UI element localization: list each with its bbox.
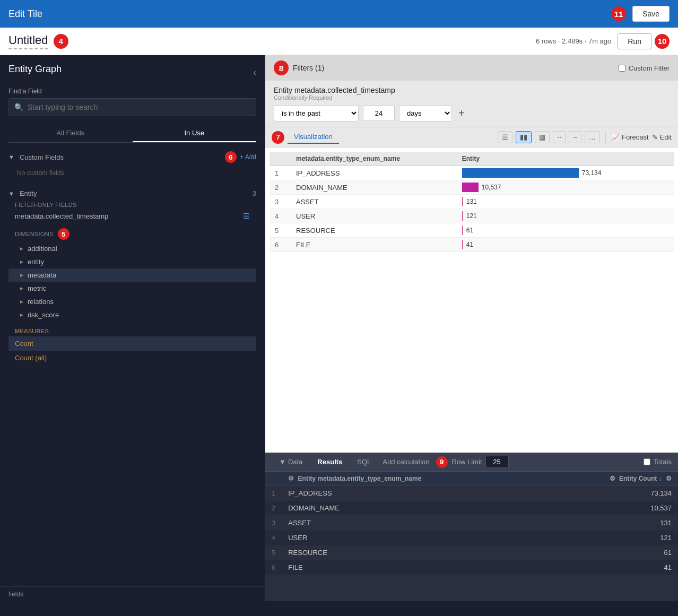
filter-row: Entity metadata.collected_timestamp Cond… — [265, 81, 678, 127]
row-num: 3 — [265, 516, 282, 531]
edit-button[interactable]: ✎ Edit — [652, 133, 672, 141]
row-num: 4 — [265, 531, 282, 545]
find-field-label: Find a Field — [8, 88, 256, 95]
gear-icon-col2-right: ⚙ — [666, 475, 672, 482]
filter-field-item[interactable]: metadata.collected_timestamp ☰ — [8, 209, 256, 223]
tab-visualization[interactable]: Visualization — [288, 131, 339, 144]
custom-fields-arrow: ▼ — [8, 154, 14, 160]
list-item: 4 USER 121 — [265, 531, 678, 545]
dim-item-entity[interactable]: ► entity — [8, 255, 256, 268]
filter-icon: ☰ — [243, 212, 250, 220]
dim-arrow-relations: ► — [19, 299, 24, 305]
tile-title[interactable]: Untitled — [8, 33, 48, 49]
row-num: 1 — [265, 486, 282, 501]
scatter-btn[interactable]: ⋅⋅ — [553, 131, 566, 143]
chart-area: metadata.entity_type_enum_name Entity 1 … — [265, 148, 678, 453]
filter-field-sub: Conditionally Required — [274, 94, 670, 101]
run-meta: 6 rows · 2.489s · 7m ago — [536, 37, 611, 45]
edit-icon: ✎ — [652, 133, 658, 141]
dim-item-metadata[interactable]: ► metadata — [8, 268, 256, 282]
header-right: 11 Save — [611, 6, 670, 22]
table-view-btn[interactable]: ☰ — [498, 131, 512, 143]
entity-group-header[interactable]: ▼ Entity 3 — [8, 187, 256, 199]
row-bar-cell: 131 — [457, 195, 674, 209]
top-header: Edit Tile 11 Save — [0, 0, 678, 28]
measures-label: MEASURES — [8, 324, 256, 336]
row-bar-cell: 61 — [457, 223, 674, 238]
filter-number-input[interactable] — [363, 106, 395, 121]
row-name: ASSET — [291, 195, 457, 209]
row-entity-name: IP_ADDRESS — [282, 486, 543, 501]
dim-item-additional[interactable]: ► additional — [8, 242, 256, 255]
row-name: RESOURCE — [291, 223, 457, 238]
run-button[interactable]: Run — [618, 33, 651, 49]
dim-item-relations[interactable]: ► relations — [8, 295, 256, 308]
badge-9: 9 — [436, 456, 448, 468]
run-label: Run — [628, 37, 641, 46]
add-calculation-button[interactable]: Add calculation — [378, 456, 433, 468]
custom-fields-label: Custom Fields — [20, 153, 64, 161]
chart-col3-header: Entity — [457, 152, 674, 166]
row-name: IP_ADDRESS — [291, 166, 457, 180]
collapse-icon[interactable]: ‹ — [253, 67, 256, 78]
tab-in-use[interactable]: In Use — [133, 125, 257, 142]
custom-fields-header[interactable]: ▼ Custom Fields 6 + Add — [8, 149, 256, 165]
measure-item-count[interactable]: Count — [8, 336, 256, 351]
custom-filter-label: Custom Filter — [629, 64, 670, 72]
viz-icons: ☰ ▮▮ ▦ ⋅⋅ ~ … — [498, 131, 600, 143]
sql-tab[interactable]: SQL — [350, 456, 378, 468]
viz-section: 7 Visualization ☰ ▮▮ ▦ ⋅⋅ ~ … — [265, 127, 678, 453]
right-panel: 8 Filters (1) Custom Filter Entity metad… — [265, 55, 678, 601]
filter-unit-select[interactable]: days — [399, 105, 452, 122]
data-tab[interactable]: ▼ Data — [272, 456, 310, 468]
search-input[interactable] — [28, 103, 250, 111]
page-title: Edit Tile — [8, 8, 42, 20]
add-filter-button[interactable]: + — [456, 107, 467, 119]
data-table: ⚙ Entity metadata.entity_type_enum_name … — [265, 472, 678, 575]
row-bar-cell: 41 — [457, 238, 674, 252]
entity-group: ▼ Entity 3 FILTER-ONLY FIELDS metadata.c… — [8, 187, 256, 365]
bar-chart-btn[interactable]: ▮▮ — [516, 131, 532, 143]
chart-table: metadata.entity_type_enum_name Entity 1 … — [270, 152, 674, 252]
sub-header: Untitled 4 6 rows · 2.489s · 7m ago Run … — [0, 28, 678, 55]
row-count: 10,537 — [544, 501, 678, 516]
filters-title: Filters (1) — [293, 64, 324, 72]
dim-arrow-entity: ► — [19, 259, 24, 265]
filter-field-name: Entity metadata.collected_timestamp — [274, 86, 670, 94]
totals-checkbox[interactable] — [644, 458, 650, 465]
dim-item-risk-score[interactable]: ► risk_score — [8, 308, 256, 322]
row-limit-area: Row Limit — [452, 456, 509, 468]
filter-type-select[interactable]: is in the past — [274, 105, 359, 122]
data-col1-header: ⚙ Entity metadata.entity_type_enum_name — [282, 472, 543, 486]
line-btn[interactable]: ~ — [569, 131, 581, 143]
row-bar-cell: 73,134 — [457, 166, 674, 180]
custom-fields-group: ▼ Custom Fields 6 + Add No custom fields — [8, 149, 256, 181]
row-bar-cell: 121 — [457, 209, 674, 223]
dimensions-section: DIMENSIONS 5 ► additional ► entity ► met… — [8, 223, 256, 324]
filter-only-label: FILTER-ONLY FIELDS — [8, 199, 256, 209]
forecast-button[interactable]: 📈 Forecast — [611, 133, 649, 141]
table-row: 3 ASSET 131 — [270, 195, 674, 209]
results-tab[interactable]: Results — [310, 456, 350, 468]
no-custom-fields-message: No custom fields — [8, 165, 256, 181]
row-limit-input[interactable] — [485, 456, 509, 468]
data-toolbar: ▼ Data Results SQL Add calculation 9 Row… — [265, 453, 678, 472]
chart-col1-header — [270, 152, 291, 166]
tab-all-fields[interactable]: All Fields — [8, 125, 133, 142]
pivot-btn[interactable]: ▦ — [535, 131, 550, 143]
dim-item-metric[interactable]: ► metric — [8, 282, 256, 295]
filter-field-name: metadata.collected_timestamp — [15, 212, 108, 220]
add-custom-field-link[interactable]: + Add — [240, 153, 256, 161]
more-btn[interactable]: … — [585, 131, 600, 143]
dim-arrow-metadata: ► — [19, 272, 24, 278]
row-limit-label: Row Limit — [452, 458, 482, 466]
list-item: 6 FILE 41 — [265, 560, 678, 575]
list-item: 5 RESOURCE 61 — [265, 545, 678, 560]
sub-header-right: 6 rows · 2.489s · 7m ago Run 10 — [536, 33, 670, 49]
row-rank: 3 — [270, 195, 291, 209]
custom-filter-checkbox[interactable] — [619, 65, 625, 72]
custom-filter-area: Custom Filter — [619, 64, 670, 72]
measure-item-count-all[interactable]: Count (all) — [8, 351, 256, 365]
data-section: ▼ Data Results SQL Add calculation 9 Row… — [265, 453, 678, 601]
save-button[interactable]: Save — [632, 6, 670, 22]
